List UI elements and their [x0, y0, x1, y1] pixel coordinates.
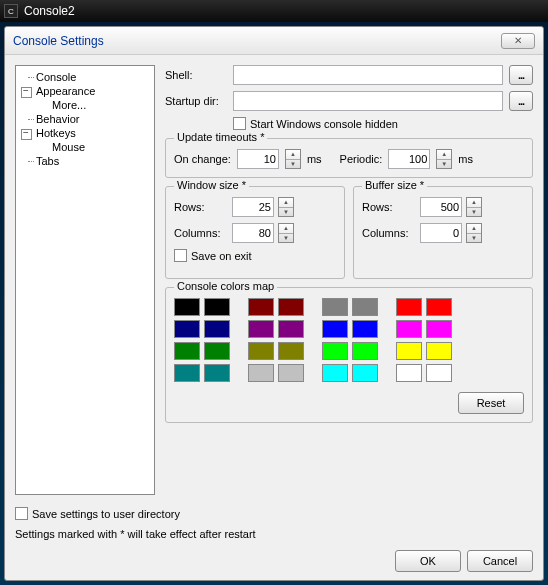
- window-size-group: Window size * Rows: 25 ▲▼ Columns: 80 ▲▼…: [165, 186, 345, 279]
- save-exit-label: Save on exit: [191, 250, 252, 262]
- tree-console[interactable]: Console: [18, 70, 152, 84]
- tree-behavior[interactable]: Behavior: [18, 112, 152, 126]
- color-swatch[interactable]: [204, 364, 230, 382]
- cancel-button[interactable]: Cancel: [467, 550, 533, 572]
- win-cols-label: Columns:: [174, 227, 228, 239]
- dialog-footer: Save settings to user directory Settings…: [15, 507, 533, 572]
- dialog-title: Console Settings: [13, 34, 104, 48]
- color-swatch[interactable]: [278, 298, 304, 316]
- color-swatch[interactable]: [278, 364, 304, 382]
- shell-browse-button[interactable]: ...: [509, 65, 533, 85]
- on-change-spinner[interactable]: ▲▼: [285, 149, 301, 169]
- buf-cols-input[interactable]: 0: [420, 223, 462, 243]
- shell-input[interactable]: [233, 65, 503, 85]
- color-swatch[interactable]: [352, 342, 378, 360]
- color-swatch[interactable]: [248, 298, 274, 316]
- color-swatch[interactable]: [248, 364, 274, 382]
- reset-button[interactable]: Reset: [458, 392, 524, 414]
- tree-hotkeys[interactable]: Hotkeys: [18, 126, 152, 140]
- color-swatch[interactable]: [352, 298, 378, 316]
- win-cols-spinner[interactable]: ▲▼: [278, 223, 294, 243]
- startup-input[interactable]: [233, 91, 503, 111]
- buf-cols-spinner[interactable]: ▲▼: [466, 223, 482, 243]
- settings-dialog: Console Settings ✕ Console Appearance Mo…: [4, 26, 544, 581]
- startup-label: Startup dir:: [165, 95, 227, 107]
- footer-note: Settings marked with * will take effect …: [15, 528, 533, 540]
- buffer-size-label: Buffer size *: [362, 179, 427, 191]
- save-user-dir-label: Save settings to user directory: [32, 508, 180, 520]
- periodic-spinner[interactable]: ▲▼: [436, 149, 452, 169]
- colors-group-label: Console colors map: [174, 280, 277, 292]
- tree-more[interactable]: More...: [18, 98, 152, 112]
- color-swatch[interactable]: [426, 320, 452, 338]
- color-swatch[interactable]: [396, 320, 422, 338]
- buffer-size-group: Buffer size * Rows: 500 ▲▼ Columns: 0 ▲▼: [353, 186, 533, 279]
- buf-cols-label: Columns:: [362, 227, 416, 239]
- tree-mouse[interactable]: Mouse: [18, 140, 152, 154]
- colors-grid: [174, 298, 524, 382]
- color-swatch[interactable]: [322, 320, 348, 338]
- app-title: Console2: [24, 4, 75, 18]
- color-swatch[interactable]: [174, 320, 200, 338]
- tree-appearance[interactable]: Appearance: [18, 84, 152, 98]
- color-swatch[interactable]: [204, 298, 230, 316]
- app-icon: C: [4, 4, 18, 18]
- on-change-input[interactable]: 10: [237, 149, 279, 169]
- on-change-label: On change:: [174, 153, 231, 165]
- color-swatch[interactable]: [396, 298, 422, 316]
- ms-label-2: ms: [458, 153, 473, 165]
- color-swatch[interactable]: [204, 320, 230, 338]
- color-swatch[interactable]: [426, 364, 452, 382]
- timeouts-group: Update timeouts * On change: 10 ▲▼ ms Pe…: [165, 138, 533, 178]
- color-swatch[interactable]: [174, 298, 200, 316]
- color-swatch[interactable]: [426, 342, 452, 360]
- win-rows-spinner[interactable]: ▲▼: [278, 197, 294, 217]
- settings-tree[interactable]: Console Appearance More... Behavior Hotk…: [15, 65, 155, 495]
- save-exit-checkbox[interactable]: [174, 249, 187, 262]
- close-button[interactable]: ✕: [501, 33, 535, 49]
- save-user-dir-checkbox[interactable]: [15, 507, 28, 520]
- periodic-input[interactable]: 100: [388, 149, 430, 169]
- color-swatch[interactable]: [174, 364, 200, 382]
- color-swatch[interactable]: [322, 342, 348, 360]
- win-cols-input[interactable]: 80: [232, 223, 274, 243]
- settings-content: Shell: ... Startup dir: ... Start Window…: [165, 65, 533, 500]
- ms-label-1: ms: [307, 153, 322, 165]
- colors-group: Console colors map Reset: [165, 287, 533, 423]
- color-swatch[interactable]: [278, 320, 304, 338]
- color-swatch[interactable]: [322, 298, 348, 316]
- color-swatch[interactable]: [426, 298, 452, 316]
- color-swatch[interactable]: [352, 364, 378, 382]
- title-bar: C Console2: [0, 0, 548, 22]
- buf-rows-spinner[interactable]: ▲▼: [466, 197, 482, 217]
- color-swatch[interactable]: [396, 342, 422, 360]
- win-rows-label: Rows:: [174, 201, 228, 213]
- color-swatch[interactable]: [174, 342, 200, 360]
- color-swatch[interactable]: [278, 342, 304, 360]
- color-swatch[interactable]: [248, 320, 274, 338]
- color-swatch[interactable]: [248, 342, 274, 360]
- buf-rows-label: Rows:: [362, 201, 416, 213]
- shell-label: Shell:: [165, 69, 227, 81]
- periodic-label: Periodic:: [340, 153, 383, 165]
- hidden-checkbox-label: Start Windows console hidden: [250, 118, 398, 130]
- window-size-label: Window size *: [174, 179, 249, 191]
- buf-rows-input[interactable]: 500: [420, 197, 462, 217]
- dialog-header: Console Settings ✕: [5, 27, 543, 55]
- color-swatch[interactable]: [204, 342, 230, 360]
- dialog-body: Console Appearance More... Behavior Hotk…: [5, 55, 543, 510]
- color-swatch[interactable]: [396, 364, 422, 382]
- color-swatch[interactable]: [322, 364, 348, 382]
- startup-browse-button[interactable]: ...: [509, 91, 533, 111]
- ok-button[interactable]: OK: [395, 550, 461, 572]
- timeouts-group-label: Update timeouts *: [174, 131, 267, 143]
- color-swatch[interactable]: [352, 320, 378, 338]
- tree-tabs[interactable]: Tabs: [18, 154, 152, 168]
- win-rows-input[interactable]: 25: [232, 197, 274, 217]
- hidden-checkbox[interactable]: [233, 117, 246, 130]
